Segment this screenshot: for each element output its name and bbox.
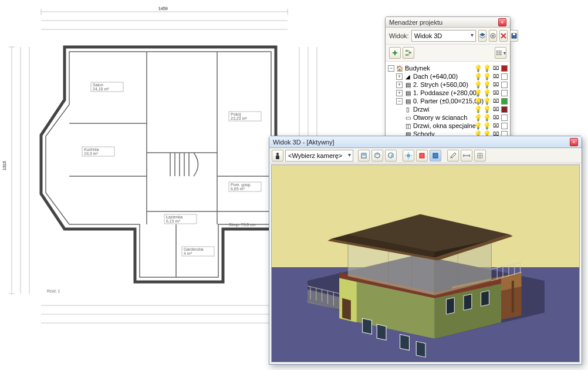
vis-row[interactable]: 💡💡⌧ — [475, 80, 508, 89]
person-icon[interactable] — [272, 150, 283, 162]
svg-point-55 — [496, 51, 498, 52]
pm-second-toolbar: ▾ — [386, 45, 510, 62]
vis-row[interactable]: 💡💡⌧ — [475, 97, 508, 105]
expander-icon[interactable]: + — [396, 90, 403, 96]
view-name: Rzut: 1 — [47, 289, 60, 293]
cube-front-icon[interactable] — [358, 150, 370, 162]
light-top-icon[interactable] — [403, 150, 414, 162]
add-icon[interactable] — [389, 47, 401, 59]
close-icon[interactable]: × — [570, 138, 578, 146]
svg-line-86 — [491, 263, 521, 270]
expander-icon[interactable]: − — [388, 65, 394, 72]
print-icon[interactable]: ⌧ — [492, 97, 499, 105]
bulb-icon[interactable]: 💡 — [475, 122, 482, 129]
expander-icon[interactable]: + — [396, 82, 403, 88]
cube-iso-icon[interactable] — [371, 150, 383, 162]
color-swatch[interactable] — [501, 106, 508, 113]
vis-row[interactable]: 💡💡⌧ — [475, 105, 508, 113]
vis-row[interactable]: 💡💡⌧ — [475, 64, 508, 72]
svg-text:Kuchnia: Kuchnia — [84, 147, 99, 152]
delete-icon[interactable] — [499, 30, 508, 42]
roof-icon: ◢ — [404, 73, 411, 80]
color-swatch[interactable] — [501, 90, 508, 96]
color-swatch[interactable] — [501, 115, 508, 121]
light-blue-icon[interactable] — [430, 150, 441, 162]
svg-rect-98 — [377, 324, 386, 340]
color-swatch[interactable] — [501, 123, 508, 129]
view3d-title: Widok 3D - [Aktywny] — [273, 139, 334, 146]
bulb-icon[interactable]: 💡 — [475, 81, 482, 88]
bulb-icon[interactable]: 💡 — [475, 114, 482, 121]
print-icon[interactable]: ⌧ — [492, 65, 499, 72]
light-paint-icon[interactable] — [416, 150, 428, 162]
svg-point-49 — [492, 35, 494, 37]
target-icon[interactable] — [489, 30, 497, 42]
bulb-icon[interactable]: 💡 — [475, 65, 482, 72]
dimension-icon[interactable] — [461, 150, 472, 162]
svg-text:24,10 m²: 24,10 m² — [93, 87, 109, 91]
close-icon[interactable]: × — [498, 18, 506, 26]
bulb-icon[interactable]: 💡 — [475, 89, 482, 96]
bulb2-icon[interactable]: 💡 — [484, 122, 491, 129]
bulb-icon[interactable]: 💡 — [475, 73, 482, 80]
tree-icon[interactable] — [403, 47, 414, 59]
level-icon: ▤ — [404, 89, 411, 96]
bulb2-icon[interactable]: 💡 — [484, 106, 491, 113]
vis-row[interactable]: 💡💡⌧ — [475, 72, 508, 80]
svg-marker-104 — [342, 298, 351, 320]
view3d-titlebar[interactable]: Widok 3D - [Aktywny] × — [269, 136, 582, 148]
bulb2-icon[interactable]: 💡 — [484, 65, 491, 72]
camera-dropdown[interactable]: <Wybierz kamerę> — [285, 150, 353, 162]
building-3d-render — [272, 165, 579, 362]
project-manager-panel[interactable]: Menadżer projektu × Widok: Widok 3D ▾ − … — [385, 16, 511, 142]
bulb2-icon[interactable]: 💡 — [484, 89, 491, 96]
svg-marker-101 — [446, 298, 454, 315]
level-icon: ▤ — [404, 81, 411, 88]
project-manager-title: Menadżer projektu — [389, 17, 442, 28]
color-swatch[interactable] — [501, 82, 508, 88]
view-dropdown[interactable]: Widok 3D — [411, 30, 476, 42]
vis-row[interactable]: 💡💡⌧ — [475, 89, 508, 97]
project-manager-titlebar[interactable]: Menadżer projektu × — [386, 17, 510, 28]
svg-text:19,3 m²: 19,3 m² — [84, 152, 98, 156]
building-icon: 🏠 — [396, 65, 403, 72]
bulb2-icon[interactable]: 💡 — [484, 73, 491, 80]
color-swatch[interactable] — [501, 98, 508, 105]
bulb2-icon[interactable]: 💡 — [484, 114, 491, 121]
svg-point-61 — [407, 154, 410, 157]
grid-icon[interactable] — [474, 150, 486, 162]
svg-marker-103 — [481, 291, 489, 307]
svg-rect-52 — [405, 50, 408, 52]
viewport-3d[interactable] — [271, 164, 580, 362]
color-swatch[interactable] — [501, 65, 508, 72]
cube-side-icon[interactable] — [385, 150, 397, 162]
vis-row[interactable]: 💡💡⌧ — [475, 122, 508, 130]
vis-row[interactable]: 💡💡⌧ — [475, 113, 508, 122]
svg-marker-102 — [464, 294, 472, 311]
bulb2-icon[interactable]: 💡 — [484, 97, 491, 105]
color-swatch[interactable] — [501, 73, 508, 80]
layers-icon[interactable] — [478, 30, 486, 42]
print-icon[interactable]: ⌧ — [492, 122, 499, 129]
level-icon: ▤ — [404, 97, 411, 105]
bulb-icon[interactable]: 💡 — [475, 106, 482, 113]
svg-rect-54 — [409, 52, 411, 53]
view3d-window[interactable]: Widok 3D - [Aktywny] × <Wybierz kamerę> — [269, 136, 582, 365]
options-icon[interactable]: ▾ — [495, 47, 506, 59]
svg-rect-99 — [400, 334, 410, 350]
print-icon[interactable]: ⌧ — [492, 81, 499, 88]
print-icon[interactable]: ⌧ — [492, 114, 499, 121]
pencil-icon[interactable] — [447, 150, 459, 162]
print-icon[interactable]: ⌧ — [492, 89, 499, 96]
print-icon[interactable]: ⌧ — [492, 73, 499, 80]
svg-rect-62 — [420, 153, 424, 158]
svg-rect-100 — [416, 341, 425, 357]
svg-rect-51 — [513, 33, 515, 35]
svg-text:6,65 m²: 6,65 m² — [231, 187, 245, 191]
bulb-icon[interactable]: 💡 — [475, 97, 482, 105]
expander-icon[interactable]: − — [396, 98, 403, 105]
print-icon[interactable]: ⌧ — [492, 106, 499, 113]
expander-icon[interactable]: + — [396, 73, 403, 80]
save-icon[interactable] — [510, 30, 518, 42]
bulb2-icon[interactable]: 💡 — [484, 81, 491, 88]
